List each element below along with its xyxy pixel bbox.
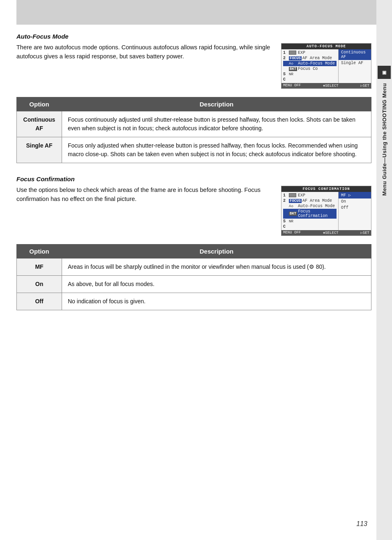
row-label-1: EXP bbox=[298, 51, 337, 55]
focus-confirm-menu-content: 1 EXP 2 FOCUS AF A bbox=[281, 192, 371, 230]
auto-focus-body: There are two autofocus mode options. Co… bbox=[16, 43, 371, 89]
row-nr-icon: NR bbox=[289, 72, 297, 76]
fc-row-bkt-icon: BKT bbox=[289, 212, 297, 216]
row-number-2: 2 bbox=[283, 56, 287, 60]
right-sidebar: ▣ Menu Guide—Using the SHOOTING Menu bbox=[376, 0, 392, 540]
row-icon-exp bbox=[289, 51, 297, 55]
sidebar-tab-icon: ▣ bbox=[378, 66, 391, 79]
fc-menu-footer-right: ▷SET bbox=[360, 231, 369, 235]
fc-row-focus-icon: FOCUS bbox=[289, 199, 302, 203]
submenu-continuous-af: Continuous AF bbox=[339, 49, 371, 60]
menu-row-focus-co: BKT Focus Co bbox=[283, 66, 337, 72]
focus-confirm-menu-title: FOCUS CONFIRMATION bbox=[281, 186, 371, 192]
fc-row-icon-exp bbox=[289, 193, 297, 197]
af-table-header-option: Option bbox=[17, 97, 62, 111]
fc-row-label-1: EXP bbox=[298, 193, 337, 198]
fc-menu-row-focus-confirm: BKT Focus Confirmation bbox=[283, 209, 337, 219]
page-wrapper: ▣ Menu Guide—Using the SHOOTING Menu Aut… bbox=[0, 0, 392, 540]
fc-row-icon-ao: A◇ bbox=[289, 204, 297, 208]
sidebar-icon: ▣ bbox=[382, 70, 386, 75]
auto-focus-menu-main: 1 EXP 2 FOCUS AF A bbox=[281, 49, 338, 83]
focus-confirmation-camera-menu: FOCUS CONFIRMATION 1 EXP bbox=[281, 186, 371, 236]
fc-row-s-label: S bbox=[283, 219, 287, 224]
af-table-header-desc: Description bbox=[62, 97, 371, 111]
top-bar bbox=[16, 0, 386, 25]
submenu-mf: MF ▷ bbox=[339, 192, 371, 198]
menu-footer-left: MENU OFF bbox=[283, 83, 301, 88]
option-continuous-af: Continuous AF bbox=[17, 111, 62, 137]
table-row-continuous-af: Continuous AF Focus continuously adjuste… bbox=[17, 111, 371, 137]
focus-confirm-menu-body: 1 EXP 2 FOCUS AF A bbox=[281, 192, 338, 230]
focus-confirmation-description: Use the options below to check which are… bbox=[16, 186, 273, 204]
row-focus-icon: FOCUS bbox=[289, 56, 302, 60]
desc-single-af: Focus only adjusted when shutter-release… bbox=[62, 137, 371, 163]
focus-confirmation-table: Option Description MF Areas in focus wil… bbox=[16, 244, 371, 310]
auto-focus-menu-footer: MENU OFF ❖SELECT ▷SET bbox=[281, 83, 371, 88]
fc-row-nr-icon: NR bbox=[289, 219, 297, 224]
fc-row-c-label: C bbox=[283, 224, 287, 229]
focus-confirmation-title: Focus Confirmation bbox=[16, 175, 371, 182]
page-number: 113 bbox=[356, 520, 367, 528]
row-icon-ao: A◇ bbox=[289, 61, 297, 66]
menu-footer-mid: ❖SELECT bbox=[323, 83, 339, 88]
table-row-mf: MF Areas in focus will be sharply outlin… bbox=[17, 258, 371, 276]
fc-menu-row-snr: S NR bbox=[283, 219, 337, 224]
fc-table-header-option: Option bbox=[17, 245, 62, 258]
menu-row-c: C bbox=[283, 77, 337, 82]
auto-focus-description: There are two autofocus mode options. Co… bbox=[16, 43, 273, 61]
row-s-label: S bbox=[283, 72, 287, 76]
table-row-single-af: Single AF Focus only adjusted when shutt… bbox=[17, 137, 371, 163]
fc-table-header-desc: Description bbox=[62, 245, 371, 258]
auto-focus-submenu: Continuous AF Single AF bbox=[338, 49, 371, 83]
option-on: On bbox=[17, 276, 62, 293]
row-label-af-mode: Auto-Focus Mode bbox=[298, 61, 337, 66]
submenu-off: Off bbox=[339, 205, 371, 211]
table-row-on: On As above, but for all focus modes. bbox=[17, 276, 371, 293]
focus-confirm-menu-main: 1 EXP 2 FOCUS AF A bbox=[281, 192, 338, 230]
fc-row-number-2: 2 bbox=[283, 198, 287, 203]
sidebar-text: Menu Guide—Using the SHOOTING Menu bbox=[381, 83, 387, 196]
fc-menu-row-c: C bbox=[283, 224, 337, 229]
desc-mf: Areas in focus will be sharply outlined … bbox=[62, 258, 371, 276]
desc-on: As above, but for all focus modes. bbox=[62, 276, 371, 293]
option-single-af: Single AF bbox=[17, 137, 62, 163]
fc-menu-row-2: 2 FOCUS AF Area Mode bbox=[283, 198, 337, 203]
menu-row-1: 1 EXP bbox=[283, 50, 337, 55]
fc-row-label-focus-confirm: Focus Confirmation bbox=[298, 209, 337, 218]
fc-menu-row-af-mode: A◇ Auto-Focus Mode bbox=[283, 203, 337, 209]
menu-row-snr: S NR bbox=[283, 72, 337, 77]
auto-focus-section: Auto-Focus Mode There are two autofocus … bbox=[16, 33, 371, 89]
table-row-off: Off No indication of focus is given. bbox=[17, 293, 371, 310]
focus-confirmation-body: Use the options below to check which are… bbox=[16, 186, 371, 236]
row-bkt-icon: BKT bbox=[289, 67, 297, 71]
option-mf: MF bbox=[17, 258, 62, 276]
auto-focus-menu-content: 1 EXP 2 FOCUS AF A bbox=[281, 49, 371, 83]
menu-footer-right: ▷SET bbox=[360, 83, 369, 88]
row-label-afarea: AF Area Mode bbox=[302, 56, 337, 60]
menu-row-af-mode: A◇ Auto-Focus Mode bbox=[283, 61, 337, 66]
desc-off: No indication of focus is given. bbox=[62, 293, 371, 310]
row-label-focus-co: Focus Co bbox=[298, 67, 337, 71]
focus-confirm-menu-footer: MENU OFF ❖SELECT ▷SET bbox=[281, 230, 371, 235]
option-off: Off bbox=[17, 293, 62, 310]
fc-menu-row-1: 1 EXP bbox=[283, 193, 337, 198]
focus-confirmation-section: Focus Confirmation Use the options below… bbox=[16, 175, 371, 236]
fc-row-label-af-mode: Auto-Focus Mode bbox=[298, 204, 337, 208]
fc-row-label-afarea: AF Area Mode bbox=[302, 198, 337, 203]
auto-focus-menu-title: AUTO-FOCUS MODE bbox=[281, 44, 371, 49]
auto-focus-camera-menu: AUTO-FOCUS MODE 1 EXP bbox=[281, 43, 371, 89]
fc-row-number-1: 1 bbox=[283, 193, 287, 198]
submenu-on: On bbox=[339, 198, 371, 205]
submenu-single-af: Single AF bbox=[339, 60, 371, 66]
row-c-label: C bbox=[283, 77, 287, 82]
main-content: Auto-Focus Mode There are two autofocus … bbox=[16, 25, 371, 310]
auto-focus-menu-body: 1 EXP 2 FOCUS AF A bbox=[281, 49, 338, 83]
auto-focus-title: Auto-Focus Mode bbox=[16, 33, 371, 40]
focus-confirm-submenu: MF ▷ On Off bbox=[338, 192, 371, 230]
fc-menu-footer-left: MENU OFF bbox=[283, 231, 301, 235]
desc-continuous-af: Focus continuously adjusted until shutte… bbox=[62, 111, 371, 137]
fc-menu-footer-mid: ❖SELECT bbox=[323, 231, 339, 235]
auto-focus-table: Option Description Continuous AF Focus c… bbox=[16, 97, 371, 163]
menu-row-2: 2 FOCUS AF Area Mode bbox=[283, 55, 337, 61]
row-number-1: 1 bbox=[283, 51, 287, 55]
